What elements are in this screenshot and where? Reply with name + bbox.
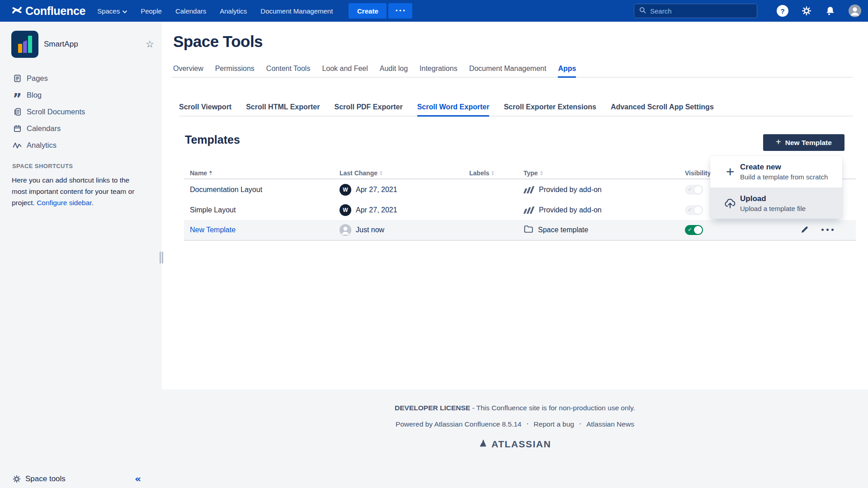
more-actions-icon[interactable]: •••	[821, 226, 835, 234]
subtab-scroll-html-exporter[interactable]: Scroll HTML Exporter	[246, 103, 320, 111]
user-avatar-icon[interactable]	[849, 5, 861, 17]
cell-type: Provided by add-on	[524, 186, 685, 194]
new-template-button[interactable]: + New Template	[763, 134, 844, 151]
nav-item-calendars[interactable]: Calendars	[175, 7, 206, 15]
cell-name: New Template	[184, 226, 340, 234]
visibility-toggle[interactable]	[685, 225, 703, 235]
footer-links: Powered by Atlassian Confluence 8.5.14 ·…	[162, 420, 868, 428]
column-header-labels[interactable]: Labels	[469, 169, 524, 177]
space-sidebar: SmartApp ☆ Pages ” Blog Scroll Documents	[0, 22, 162, 488]
cell-name: Simple Layout	[184, 206, 340, 214]
sort-icon	[540, 171, 543, 175]
subtab-advanced-scroll-app-settings[interactable]: Advanced Scroll App Settings	[611, 103, 714, 111]
upload-cloud-icon	[720, 197, 740, 209]
cell-last-change: Just now	[340, 224, 469, 236]
tab-overview[interactable]: Overview	[173, 65, 203, 73]
visibility-toggle[interactable]	[685, 185, 703, 195]
tab-integrations[interactable]: Integrations	[420, 65, 458, 73]
tab-document-management[interactable]: Document Management	[469, 65, 547, 73]
cell-visibility	[685, 225, 800, 235]
toggle-knob	[694, 226, 702, 234]
toggle-knob	[694, 206, 702, 214]
space-logo-icon	[11, 31, 38, 58]
top-navbar: Confluence Spaces People Calendars Analy…	[0, 0, 868, 22]
menu-item-title: Create new	[740, 163, 828, 172]
separator-dot: ·	[526, 420, 528, 428]
sidebar-item-blog[interactable]: ” Blog	[0, 87, 162, 103]
menu-item-upload[interactable]: Upload Upload a template file	[710, 188, 842, 219]
space-shortcuts-text: Here you can add shortcut links to the m…	[12, 174, 146, 208]
folder-icon	[524, 225, 533, 235]
edit-pencil-icon[interactable]	[800, 225, 809, 235]
sidebar-item-label: Pages	[27, 74, 48, 83]
subtab-scroll-viewport[interactable]: Scroll Viewport	[179, 103, 231, 111]
space-tools-bar[interactable]: Space tools «	[0, 470, 162, 488]
check-icon	[688, 186, 692, 192]
check-icon	[688, 226, 692, 233]
visibility-toggle[interactable]	[685, 205, 703, 215]
sidebar-item-pages[interactable]: Pages	[0, 70, 162, 87]
word-addon-icon: W	[340, 184, 351, 196]
collapse-sidebar-icon[interactable]: «	[135, 474, 141, 483]
subtab-scroll-pdf-exporter[interactable]: Scroll PDF Exporter	[334, 103, 402, 111]
space-shortcuts-heading: SPACE SHORTCUTS	[12, 163, 73, 169]
subtab-scroll-word-exporter[interactable]: Scroll Word Exporter	[417, 103, 490, 111]
favorite-star-icon[interactable]: ☆	[146, 39, 154, 50]
menu-item-title: Upload	[740, 194, 806, 203]
help-icon[interactable]: ?	[777, 5, 788, 17]
sidebar-item-label: Scroll Documents	[27, 108, 85, 116]
sidebar-item-calendars[interactable]: Calendars	[0, 120, 162, 137]
create-button[interactable]: Create	[349, 3, 387, 19]
nav-item-document-management[interactable]: Document Management	[260, 7, 333, 15]
atlassian-logo-icon	[479, 438, 489, 450]
tab-apps[interactable]: Apps	[558, 65, 576, 73]
space-header[interactable]: SmartApp	[11, 31, 78, 58]
sidebar-item-scroll-documents[interactable]: Scroll Documents	[0, 103, 162, 120]
search-input[interactable]	[650, 7, 741, 15]
tab-permissions[interactable]: Permissions	[215, 65, 255, 73]
check-icon	[688, 206, 692, 213]
confluence-page: Confluence Spaces People Calendars Analy…	[0, 0, 868, 488]
report-a-bug-link[interactable]: Report a bug	[533, 420, 574, 428]
cell-actions: •••	[800, 225, 856, 235]
tab-content-tools[interactable]: Content Tools	[266, 65, 311, 73]
nav-item-analytics[interactable]: Analytics	[220, 7, 247, 15]
scroll-addon-icon	[522, 186, 536, 193]
page-icon	[12, 74, 22, 83]
nav-item-people[interactable]: People	[141, 7, 162, 15]
plus-icon: +	[720, 165, 740, 178]
user-avatar-icon	[340, 224, 351, 236]
tab-audit-log[interactable]: Audit log	[380, 65, 408, 73]
templates-heading: Templates	[185, 133, 240, 146]
column-header-last-change[interactable]: Last Change	[340, 169, 469, 177]
sidebar-item-label: Calendars	[27, 124, 61, 133]
column-header-name[interactable]: Name	[184, 169, 340, 177]
tab-look-and-feel[interactable]: Look and Feel	[322, 65, 368, 73]
space-name: SmartApp	[44, 40, 78, 49]
atlassian-news-link[interactable]: Atlassian News	[586, 420, 634, 428]
powered-by-link[interactable]: Powered by Atlassian Confluence 8.5.14	[396, 420, 521, 428]
menu-item-create-new[interactable]: + Create new Build a template from scrat…	[710, 156, 842, 188]
notifications-bell-icon[interactable]	[825, 5, 836, 17]
create-more-button[interactable]: •••	[388, 3, 412, 19]
license-label: DEVELOPER LICENSE	[395, 404, 470, 412]
sort-icon	[491, 171, 494, 175]
nav-item-spaces[interactable]: Spaces	[97, 7, 127, 15]
column-header-type[interactable]: Type	[524, 169, 685, 177]
scroll-addon-icon	[522, 206, 536, 214]
table-row: New Template Just now Space template	[184, 220, 856, 241]
page-title: Space Tools	[173, 33, 263, 51]
navbar-icon-group: ?	[777, 0, 861, 22]
search-box[interactable]	[634, 4, 757, 18]
template-name-link[interactable]: New Template	[190, 226, 236, 234]
configure-sidebar-link[interactable]: Configure sidebar	[37, 199, 92, 206]
sidebar-item-analytics[interactable]: Analytics	[0, 137, 162, 154]
page-footer: DEVELOPER LICENSE - This Confluence site…	[162, 389, 868, 488]
confluence-logo[interactable]: Confluence	[12, 5, 85, 18]
settings-gear-icon[interactable]	[801, 5, 812, 16]
brand-name: Confluence	[25, 5, 85, 18]
sort-icon	[380, 171, 382, 175]
sidebar-resize-handle[interactable]	[160, 252, 163, 263]
calendar-icon	[12, 124, 22, 133]
subtab-scroll-exporter-extensions[interactable]: Scroll Exporter Extensions	[504, 103, 596, 111]
